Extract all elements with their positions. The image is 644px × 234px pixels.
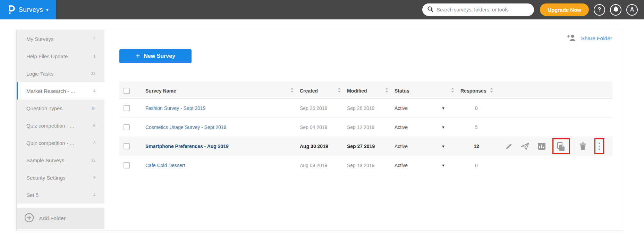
row-checkbox[interactable] xyxy=(124,143,130,149)
sidebar-item-count: 9 xyxy=(93,175,95,180)
sidebar-item-set-5[interactable]: Set 5 4 xyxy=(17,186,104,203)
modified-date: Sep 27 2019 xyxy=(344,144,391,149)
row-actions xyxy=(496,138,612,154)
modified-date: Sep 26 2019 xyxy=(344,105,391,111)
column-header-status[interactable]: Status xyxy=(391,88,457,94)
edit-pencil-icon[interactable] xyxy=(506,143,512,150)
sidebar-item-market-research[interactable]: Market Research - ... 4 xyxy=(17,82,104,99)
sidebar-item-count: 5 xyxy=(93,123,95,128)
row-checkbox[interactable] xyxy=(124,162,130,168)
content-card: My Surveys 2 Help Files Update 1 Logic T… xyxy=(16,30,622,231)
status-dropdown[interactable]: Active ▼ xyxy=(391,144,457,149)
row-checkbox[interactable] xyxy=(124,105,130,111)
column-header-responses[interactable]: Responses xyxy=(457,88,496,94)
more-options-kebab-icon[interactable] xyxy=(599,142,600,150)
notifications-button[interactable] xyxy=(610,4,621,16)
sidebar-item-count: 1 xyxy=(93,54,95,58)
column-header-created[interactable]: Created xyxy=(296,88,344,94)
row-checkbox[interactable] xyxy=(124,124,130,130)
chevron-down-icon: ▼ xyxy=(441,144,445,148)
sidebar-item-label: Help Files Update xyxy=(26,53,68,59)
new-survey-label: New Survey xyxy=(144,53,175,59)
sidebar-item-count: 10 xyxy=(91,106,95,110)
created-date: Aug 09 2019 xyxy=(296,163,344,168)
add-folder-button[interactable]: Add Folder xyxy=(17,208,104,229)
sidebar-item-sample-surveys[interactable]: Sample Surveys 22 xyxy=(17,151,104,169)
app-switcher[interactable]: Surveys ▾ xyxy=(0,0,56,19)
add-folder-label: Add Folder xyxy=(39,215,66,222)
reports-bar-chart-icon[interactable] xyxy=(538,143,545,150)
sidebar-item-label: Set 5 xyxy=(26,192,39,198)
upgrade-now-button[interactable]: Upgrade Now xyxy=(540,3,589,16)
sidebar-item-quiz-competition-2[interactable]: Quiz competition - ... 3 xyxy=(17,134,104,151)
status-dropdown[interactable]: Active ▼ xyxy=(391,105,457,111)
sidebar-item-label: Question Types xyxy=(26,105,62,111)
share-folder-link[interactable]: Share Folder xyxy=(567,34,612,43)
sidebar-item-count: 3 xyxy=(93,141,95,145)
sidebar-item-label: Security Settings xyxy=(26,175,66,181)
survey-name-link[interactable]: Cafe Cold Dessert xyxy=(145,163,185,168)
survey-name-link[interactable]: Smartphone Preferences - Aug 2019 xyxy=(145,144,229,149)
folders-sidebar: My Surveys 2 Help Files Update 1 Logic T… xyxy=(17,30,104,231)
sidebar-item-count: 2 xyxy=(93,37,95,41)
main-panel: Share Folder + New Survey Survey Name Cr xyxy=(104,30,622,231)
sidebar-item-quiz-competition-1[interactable]: Quiz competition - ... 5 xyxy=(17,117,104,134)
created-date: Aug 30 2019 xyxy=(296,144,344,149)
more-menu-highlight-box xyxy=(594,138,604,154)
sort-icon[interactable] xyxy=(338,88,341,94)
duplicate-highlight-box xyxy=(552,138,570,154)
app-title: Surveys xyxy=(18,6,43,14)
sidebar-item-label: Quiz competition - ... xyxy=(26,140,74,146)
global-search[interactable] xyxy=(422,3,534,16)
sidebar-item-count: 4 xyxy=(93,89,95,93)
responses-count: 12 xyxy=(457,144,496,149)
sidebar-item-help-files-update[interactable]: Help Files Update 1 xyxy=(17,47,104,65)
topbar: Surveys ▾ Upgrade Now ? A xyxy=(0,0,644,19)
sidebar-item-logic-tasks[interactable]: Logic Tasks 23 xyxy=(17,65,104,82)
search-input[interactable] xyxy=(437,7,529,12)
delete-trash-icon[interactable] xyxy=(580,142,586,150)
sort-icon[interactable] xyxy=(385,88,388,94)
select-all-checkbox[interactable] xyxy=(124,88,130,94)
chevron-down-icon: ▾ xyxy=(46,8,49,12)
sidebar-item-count: 23 xyxy=(91,71,95,76)
created-date: Sep 04 2019 xyxy=(296,124,344,130)
chevron-down-icon: ▼ xyxy=(441,125,445,129)
new-survey-button[interactable]: + New Survey xyxy=(119,49,192,63)
sort-icon[interactable] xyxy=(490,88,493,94)
add-person-icon xyxy=(567,34,576,43)
table-row: Cafe Cold Dessert Aug 09 2019 Sep 19 201… xyxy=(119,156,612,175)
sort-icon[interactable] xyxy=(290,88,294,94)
plus-circle-icon xyxy=(24,213,34,224)
sidebar-item-label: My Surveys xyxy=(26,36,53,42)
sort-icon[interactable] xyxy=(451,88,454,94)
modified-date: Sep 19 2019 xyxy=(344,163,391,168)
table-row: Fashion Survey - Sept 2019 Sep 26 2019 S… xyxy=(119,99,612,118)
send-paper-plane-icon[interactable] xyxy=(521,142,529,150)
status-dropdown[interactable]: Active ▼ xyxy=(391,124,457,130)
help-button[interactable]: ? xyxy=(594,4,605,16)
sidebar-item-label: Logic Tasks xyxy=(26,71,53,77)
sidebar-item-security-settings[interactable]: Security Settings 9 xyxy=(17,169,104,186)
sidebar-item-question-types[interactable]: Question Types 10 xyxy=(17,99,104,117)
responses-count: 0 xyxy=(457,163,496,168)
table-row-highlighted: Smartphone Preferences - Aug 2019 Aug 30… xyxy=(119,137,612,156)
sidebar-item-my-surveys[interactable]: My Surveys 2 xyxy=(17,30,104,47)
column-header-modified[interactable]: Modified xyxy=(344,88,391,94)
sidebar-item-count: 4 xyxy=(93,193,95,197)
duplicate-copy-icon[interactable] xyxy=(557,142,566,151)
sidebar-item-label: Sample Surveys xyxy=(26,157,64,163)
modified-date: Sep 12 2019 xyxy=(344,124,391,130)
status-dropdown[interactable]: Active ▼ xyxy=(391,163,457,168)
table-row: Cosmetics Usage Survey - Sept 2019 Sep 0… xyxy=(119,118,612,137)
chevron-down-icon: ▼ xyxy=(441,163,445,167)
survey-name-link[interactable]: Fashion Survey - Sept 2019 xyxy=(145,105,206,111)
responses-count: 5 xyxy=(457,124,496,130)
responses-count: 0 xyxy=(457,105,496,111)
column-header-survey-name[interactable]: Survey Name xyxy=(137,88,296,94)
avatar[interactable]: A xyxy=(626,4,638,16)
share-folder-label: Share Folder xyxy=(581,35,612,42)
survey-name-link[interactable]: Cosmetics Usage Survey - Sept 2019 xyxy=(145,124,226,130)
proprofs-logo-icon xyxy=(8,3,15,16)
chevron-down-icon: ▼ xyxy=(441,106,445,110)
